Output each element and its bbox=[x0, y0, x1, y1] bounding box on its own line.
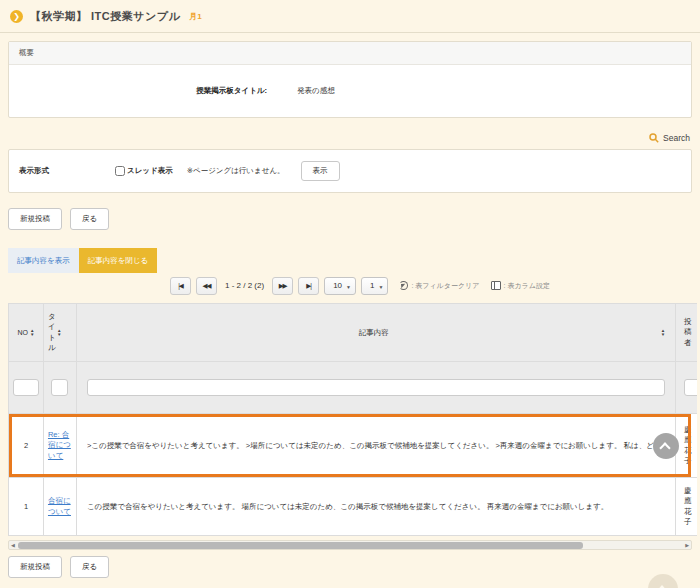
table-filter-row bbox=[9, 362, 697, 414]
board-title-value: 発表の感想 bbox=[297, 86, 335, 96]
thread-view-checkbox[interactable] bbox=[115, 166, 125, 176]
page-range-label: 1 - 2 / 2 (2) bbox=[225, 281, 264, 290]
table-header-row: NO ▲▼ タイトル ▲▼ 記事内容 ▲▼ 投稿者 bbox=[9, 304, 697, 362]
refresh-icon bbox=[399, 281, 408, 290]
table-filter-clear[interactable]: : 表フィルタークリア bbox=[399, 281, 479, 291]
last-page-button[interactable]: ▶| bbox=[298, 277, 319, 295]
post-content: この授業で合宿をやりたいと考えています。 場所については未定のため、この掲示板で… bbox=[87, 502, 608, 512]
page-number-value: 1 bbox=[370, 281, 374, 290]
col-header-title[interactable]: タイトル ▲▼ bbox=[44, 304, 77, 361]
breadcrumb-chevron-icon: ❯ bbox=[10, 10, 23, 23]
page-title: 【秋学期】 ITC授業サンプル bbox=[30, 9, 180, 24]
caret-down-icon: ▼ bbox=[379, 284, 384, 290]
display-format-section: 表示形式 スレッド表示 ※ページングは行いません。 表示 bbox=[8, 149, 692, 193]
col-title-label: タイトル bbox=[48, 312, 57, 353]
overview-section-title: 概要 bbox=[9, 42, 691, 65]
prev-page-button[interactable]: ◀◀ bbox=[196, 277, 217, 295]
overview-section: 概要 授業掲示板タイトル: 発表の感想 bbox=[8, 41, 692, 118]
filter-input-no[interactable] bbox=[13, 379, 39, 396]
table-row: 2 Re: 合宿について >この授業で合宿をやりたいと考えています。 >場所につ… bbox=[9, 414, 697, 478]
board-title-label: 授業掲示板タイトル: bbox=[9, 86, 267, 96]
course-term-badge: 月1 bbox=[189, 11, 201, 22]
pagination-bar: |◀ ◀◀ 1 - 2 / 2 (2) ▶▶ ▶| 10 ▼ 1 ▼ : 表フィ… bbox=[170, 275, 700, 296]
display-button[interactable]: 表示 bbox=[301, 161, 340, 181]
caret-down-icon: ▼ bbox=[346, 284, 351, 290]
col-content-label: 記事内容 bbox=[87, 328, 661, 338]
scroll-right-icon[interactable]: ▶ bbox=[685, 542, 689, 549]
column-settings-label: : 表カラム設定 bbox=[504, 281, 550, 291]
post-poster: 慶應花子 bbox=[684, 425, 693, 466]
columns-icon bbox=[491, 281, 501, 290]
thread-view-label: スレッド表示 bbox=[127, 166, 173, 176]
sort-icon: ▲▼ bbox=[661, 329, 665, 337]
page-size-value: 10 bbox=[333, 281, 342, 290]
tab-show-content[interactable]: 記事内容を表示 bbox=[8, 248, 79, 273]
scroll-left-icon[interactable]: ◀ bbox=[11, 542, 15, 549]
back-button-bottom[interactable]: 戻る bbox=[70, 556, 109, 578]
col-poster-label: 投稿者 bbox=[684, 317, 693, 347]
page-size-select[interactable]: 10 ▼ bbox=[324, 277, 356, 295]
first-page-button[interactable]: |◀ bbox=[170, 277, 191, 295]
filter-input-content[interactable] bbox=[87, 379, 665, 396]
sort-icon: ▲▼ bbox=[57, 329, 61, 337]
col-no-label: NO bbox=[17, 329, 28, 336]
horizontal-scrollbar[interactable]: ◀ ▶ bbox=[8, 540, 692, 550]
back-button-top[interactable]: 戻る bbox=[70, 208, 109, 230]
post-title-link[interactable]: 合宿について bbox=[48, 496, 72, 517]
paging-note: ※ページングは行いません。 bbox=[187, 166, 285, 176]
row-no: 2 bbox=[9, 414, 44, 477]
scrollbar-thumb[interactable] bbox=[18, 542, 583, 549]
display-format-label: 表示形式 bbox=[19, 166, 115, 176]
search-label: Search bbox=[663, 133, 690, 143]
filter-clear-label: : 表フィルタークリア bbox=[411, 281, 479, 291]
new-post-button-top[interactable]: 新規投稿 bbox=[8, 208, 62, 230]
col-header-content[interactable]: 記事内容 ▲▼ bbox=[77, 304, 676, 361]
post-poster: 慶應花子 bbox=[684, 486, 693, 527]
next-page-button[interactable]: ▶▶ bbox=[272, 277, 293, 295]
filter-input-poster[interactable] bbox=[684, 379, 697, 396]
page-header: ❯ 【秋学期】 ITC授業サンプル 月1 bbox=[0, 0, 700, 33]
search-toggle[interactable]: Search bbox=[8, 131, 690, 145]
new-post-button-bottom[interactable]: 新規投稿 bbox=[8, 556, 62, 578]
row-no: 1 bbox=[9, 478, 44, 535]
table-row: 1 合宿について この授業で合宿をやりたいと考えています。 場所については未定の… bbox=[9, 478, 697, 536]
table-column-settings[interactable]: : 表カラム設定 bbox=[491, 281, 550, 291]
post-content: >この授業で合宿をやりたいと考えています。 >場所については未定のため、この掲示… bbox=[87, 441, 665, 451]
collapse-post-button[interactable] bbox=[653, 433, 679, 459]
page-number-select[interactable]: 1 ▼ bbox=[361, 277, 388, 295]
col-header-poster[interactable]: 投稿者 bbox=[676, 304, 697, 361]
tab-close-content[interactable]: 記事内容を閉じる bbox=[79, 248, 158, 273]
post-title-link[interactable]: Re: 合宿について bbox=[48, 430, 72, 462]
search-icon bbox=[649, 133, 659, 143]
col-header-no[interactable]: NO ▲▼ bbox=[9, 304, 44, 361]
filter-input-title[interactable] bbox=[51, 379, 68, 396]
content-visibility-tabs: 記事内容を表示 記事内容を閉じる bbox=[8, 248, 700, 273]
sort-icon: ▲▼ bbox=[30, 329, 34, 337]
posts-table: NO ▲▼ タイトル ▲▼ 記事内容 ▲▼ 投稿者 2 Re: 合 bbox=[8, 303, 697, 536]
chevron-up-icon bbox=[659, 442, 670, 453]
